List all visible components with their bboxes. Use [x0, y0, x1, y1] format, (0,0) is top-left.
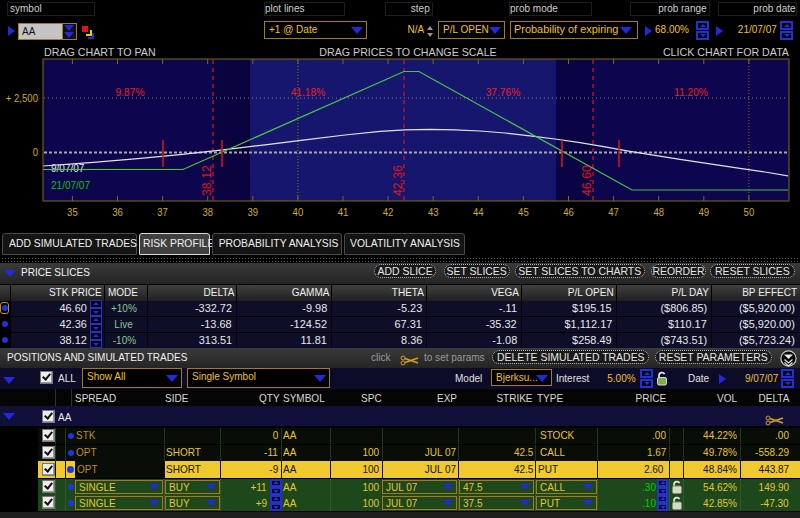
- svg-text:36: 36: [112, 206, 123, 218]
- svg-text:CLICK CHART FOR DATA: CLICK CHART FOR DATA: [663, 46, 790, 58]
- svg-text:35: 35: [67, 206, 78, 218]
- svg-text:DRAG PRICES TO CHANGE SCALE: DRAG PRICES TO CHANGE SCALE: [319, 46, 497, 58]
- svg-text:37: 37: [157, 206, 168, 218]
- svg-text:39: 39: [248, 206, 259, 218]
- svg-text:0: 0: [33, 146, 38, 158]
- svg-text:40: 40: [293, 206, 304, 218]
- svg-text:46.60: 46.60: [579, 165, 594, 196]
- svg-text:38.12: 38.12: [199, 165, 214, 196]
- svg-text:50: 50: [744, 206, 755, 218]
- svg-text:45: 45: [518, 206, 529, 218]
- svg-text:37.76%: 37.76%: [486, 86, 521, 98]
- svg-text:38: 38: [202, 206, 213, 218]
- svg-text:47: 47: [608, 206, 619, 218]
- svg-text:41.18%: 41.18%: [291, 86, 326, 98]
- svg-text:42: 42: [383, 206, 394, 218]
- svg-text:+ 2,500: + 2,500: [6, 92, 38, 104]
- svg-text:11.20%: 11.20%: [674, 86, 708, 98]
- svg-text:44: 44: [473, 206, 484, 218]
- svg-text:48: 48: [653, 206, 664, 218]
- svg-text:DRAG CHART TO PAN: DRAG CHART TO PAN: [44, 46, 156, 58]
- svg-text:41: 41: [338, 206, 349, 218]
- svg-text:21/07/07: 21/07/07: [51, 179, 90, 191]
- svg-text:9.87%: 9.87%: [116, 86, 145, 98]
- svg-text:43: 43: [428, 206, 439, 218]
- svg-text:42.36: 42.36: [390, 165, 405, 196]
- svg-text:46: 46: [563, 206, 574, 218]
- svg-text:49: 49: [699, 206, 710, 218]
